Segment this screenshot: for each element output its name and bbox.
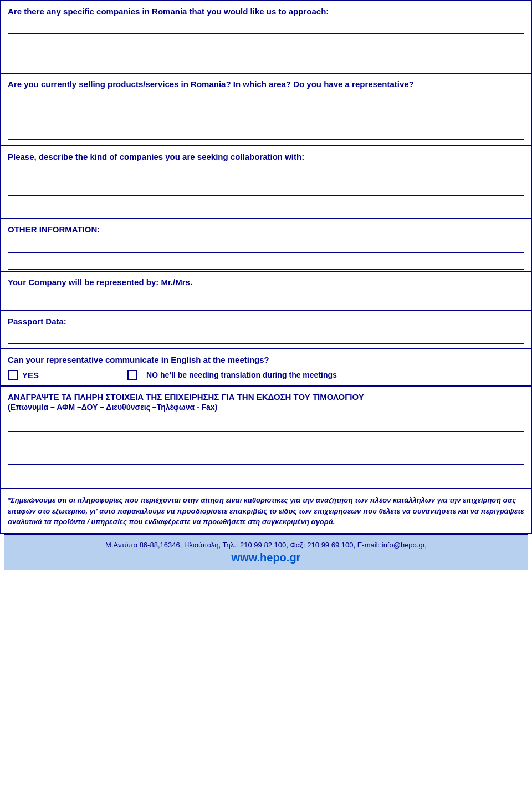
other-info-lines — [8, 237, 524, 270]
no-label: NO he’ll be needing translation during t… — [146, 370, 337, 379]
footer-website: www.hepo.gr — [14, 551, 518, 564]
communication-section: Can your representative communicate in E… — [0, 349, 532, 387]
yes-label: YES — [22, 370, 39, 380]
q3-section: Please, describe the kind of companies y… — [0, 146, 532, 219]
comm-label: Can your representative communicate in E… — [8, 355, 524, 364]
passport-section: Passport Data: — [0, 311, 532, 349]
answer-line — [8, 91, 524, 106]
no-checkbox[interactable] — [127, 370, 137, 380]
invoice-lines — [8, 416, 524, 481]
answer-line — [8, 35, 524, 50]
rep-line — [8, 289, 524, 304]
answer-line — [8, 124, 524, 140]
yes-checkbox[interactable] — [8, 370, 18, 380]
q2-answer-area — [8, 91, 524, 140]
q3-answer-area — [8, 164, 524, 212]
invoice-line — [8, 433, 524, 448]
invoice-section: ΑΝΑΓΡΑΨΤΕ ΤΑ ΠΛΗΡΗ ΣΤΟΙΧΕΙΑ ΤΗΣ ΕΠΙΧΕΙΡΗ… — [0, 387, 532, 489]
invoice-title: ΑΝΑΓΡΑΨΤΕ ΤΑ ΠΛΗΡΗ ΣΤΟΙΧΕΙΑ ΤΗΣ ΕΠΙΧΕΙΡΗ… — [8, 392, 524, 402]
answer-line — [8, 164, 524, 179]
q1-answer-area — [8, 18, 524, 67]
q1-label: Are there any specific companies in Roma… — [8, 7, 524, 16]
yes-checkbox-item[interactable]: YES — [8, 370, 39, 380]
answer-line — [8, 180, 524, 196]
answer-line — [8, 197, 524, 212]
invoice-line — [8, 416, 524, 432]
q2-label: Are you currently selling products/servi… — [8, 79, 524, 89]
footer: M.Αντύπα 86-88,16346, Ηλιούπολη, Τηλ.: 2… — [4, 534, 528, 570]
invoice-line — [8, 449, 524, 465]
q3-label: Please, describe the kind of companies y… — [8, 152, 524, 161]
disclaimer-asterisk: *Σημειώνουμε ότι οι πληροφορίες που περι… — [8, 496, 524, 526]
answer-line — [8, 254, 524, 270]
answer-line — [8, 18, 524, 34]
other-info-label: OTHER INFORMATION: — [8, 225, 524, 234]
footer-contact: M.Αντύπα 86-88,16346, Ηλιούπολη, Τηλ.: 2… — [14, 541, 518, 549]
answer-line — [8, 52, 524, 67]
invoice-line — [8, 466, 524, 481]
no-checkbox-item[interactable]: NO he’ll be needing translation during t… — [127, 370, 337, 380]
disclaimer-section: *Σημειώνουμε ότι οι πληροφορίες που περι… — [0, 489, 532, 534]
page: Are there any specific companies in Roma… — [0, 0, 532, 807]
invoice-subtitle: (Επωνυμία – ΑΦΜ –ΔΟΥ – Διευθύνσεις –Τηλέ… — [8, 403, 524, 412]
representative-section: Your Company will be represented by: Mr.… — [0, 272, 532, 311]
q2-section: Are you currently selling products/servi… — [0, 74, 532, 146]
answer-line — [8, 108, 524, 123]
passport-line — [8, 328, 524, 344]
q1-section: Are there any specific companies in Roma… — [0, 0, 532, 74]
passport-label: Passport Data: — [8, 317, 524, 326]
answer-line — [8, 237, 524, 253]
yes-no-row: YES NO he’ll be needing translation duri… — [8, 370, 524, 380]
rep-label: Your Company will be represented by: Mr.… — [8, 277, 524, 287]
disclaimer-text: *Σημειώνουμε ότι οι πληροφορίες που περι… — [8, 495, 524, 527]
other-info-section: OTHER INFORMATION: — [0, 219, 532, 272]
